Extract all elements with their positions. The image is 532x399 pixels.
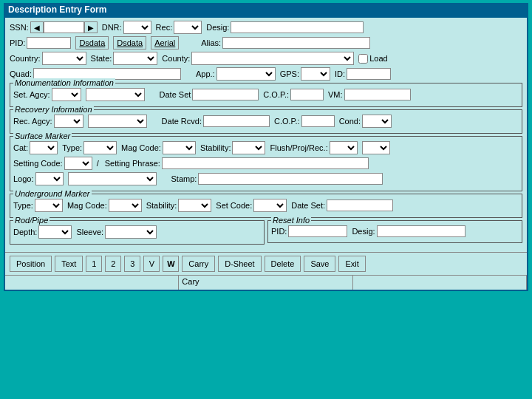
alias-input[interactable] bbox=[222, 37, 370, 49]
set-agcy-select1[interactable] bbox=[52, 88, 81, 101]
gps-select[interactable] bbox=[301, 67, 330, 81]
flush-select2[interactable] bbox=[362, 141, 390, 154]
stamp-input[interactable] bbox=[198, 173, 383, 185]
rec-agcy-select2[interactable] bbox=[88, 115, 147, 128]
save-btn[interactable]: Save bbox=[304, 256, 335, 272]
reset-pid-input[interactable] bbox=[288, 225, 347, 237]
w-btn[interactable]: W bbox=[163, 256, 179, 272]
v-btn[interactable]: V bbox=[143, 256, 160, 272]
ug-date-set-label: Date Set: bbox=[291, 201, 325, 210]
rod-pipe-section: Rod/Pipe Depth: Sleeve: bbox=[10, 220, 265, 245]
bottom-button-bar: Position Text 1 2 3 V W Carry D-Sheet De… bbox=[5, 252, 527, 275]
ug-mag-code-select[interactable] bbox=[109, 199, 142, 212]
aerial-btn[interactable]: Aerial bbox=[151, 36, 179, 50]
carry-btn[interactable]: Carry bbox=[182, 256, 215, 272]
id-input[interactable] bbox=[347, 68, 391, 80]
setting-phrase-input[interactable] bbox=[162, 157, 369, 169]
ssn-prev-btn[interactable]: ◀ bbox=[30, 21, 44, 33]
surface-row2: Setting Code: / Setting Phrase: bbox=[13, 157, 519, 170]
dnr-label: DNR: bbox=[102, 23, 122, 32]
load-label: Load bbox=[369, 54, 387, 63]
rod-pipe-label: Rod/Pipe bbox=[13, 216, 50, 225]
ug-set-code-select[interactable] bbox=[253, 199, 287, 212]
mag-code-select[interactable] bbox=[163, 141, 196, 154]
ssn-input[interactable] bbox=[44, 21, 84, 33]
id-label: ID: bbox=[335, 69, 345, 78]
desig-input[interactable] bbox=[231, 21, 364, 33]
desig-label: Desig: bbox=[206, 23, 229, 32]
rec-select[interactable] bbox=[174, 21, 202, 34]
set-agcy-select2[interactable] bbox=[86, 88, 145, 101]
ug-stability-select[interactable] bbox=[178, 199, 211, 212]
app-label: App.: bbox=[196, 69, 215, 78]
mag-code-label: Mag Code: bbox=[121, 143, 161, 152]
vm-label: VM: bbox=[328, 90, 343, 99]
status-cell-2: Cary bbox=[179, 276, 352, 290]
rec-agcy-select1[interactable] bbox=[54, 115, 83, 128]
ug-mag-code-label: Mag Code: bbox=[67, 201, 107, 210]
monumentation-row: Set. Agcy: Date Set C.O.P.: VM: bbox=[13, 88, 519, 101]
cat-select[interactable] bbox=[30, 141, 58, 154]
position-btn[interactable]: Position bbox=[10, 256, 52, 272]
reset-desig-input[interactable] bbox=[377, 225, 466, 237]
stability-select[interactable] bbox=[232, 141, 265, 154]
monumentation-section: Monumentation Information Set. Agcy: Dat… bbox=[10, 83, 522, 107]
state-select[interactable] bbox=[113, 52, 157, 65]
setting-phrase-label: Setting Phrase: bbox=[105, 159, 160, 168]
cop-input[interactable] bbox=[290, 89, 324, 100]
dnr-select[interactable] bbox=[123, 21, 151, 34]
county-select[interactable] bbox=[191, 52, 354, 65]
dsdata1-btn[interactable]: Dsdata bbox=[75, 36, 109, 50]
ssn-next-btn[interactable]: ▶ bbox=[84, 21, 98, 33]
sleeve-label: Sleeve: bbox=[76, 228, 103, 236]
load-checkbox[interactable] bbox=[358, 54, 368, 64]
set-agcy-label: Set. Agcy: bbox=[13, 90, 50, 99]
surface-row1: Cat: Type: Mag Code: Stability: Flush/Pr… bbox=[13, 141, 519, 154]
date-rcvd-input[interactable] bbox=[203, 115, 270, 127]
num3-btn[interactable]: 3 bbox=[124, 256, 140, 272]
ug-type-select[interactable] bbox=[35, 199, 63, 212]
stability-label: Stability: bbox=[200, 143, 231, 152]
cop-rec-input[interactable] bbox=[301, 115, 335, 127]
ug-type-label: Type: bbox=[13, 201, 33, 210]
type-select[interactable] bbox=[83, 141, 117, 154]
ssn-label: SSN: bbox=[10, 23, 29, 32]
dsheet-btn[interactable]: D-Sheet bbox=[218, 256, 261, 272]
setting-code-select[interactable] bbox=[64, 157, 92, 170]
exit-btn[interactable]: Exit bbox=[338, 256, 365, 272]
underground-marker-label: Underground Marker bbox=[13, 189, 92, 198]
delete-btn[interactable]: Delete bbox=[265, 256, 301, 272]
depth-select[interactable] bbox=[38, 225, 72, 239]
gps-label: GPS: bbox=[280, 69, 299, 78]
date-set-input[interactable] bbox=[192, 89, 259, 100]
rod-row: Depth: Sleeve: bbox=[13, 225, 261, 239]
dsdata2-btn[interactable]: Dsdata bbox=[113, 36, 146, 50]
row-country: Country: State: County: Load bbox=[10, 52, 522, 65]
status-cell-3 bbox=[353, 276, 527, 290]
sleeve-select[interactable] bbox=[105, 225, 157, 239]
app-select[interactable] bbox=[216, 67, 276, 81]
country-label: Country: bbox=[10, 54, 41, 63]
date-rcvd-label: Date Rcvd: bbox=[162, 117, 202, 126]
reset-info-section: Reset Info PID: Desig: bbox=[267, 220, 522, 243]
cond-select[interactable] bbox=[362, 115, 392, 128]
vm-input[interactable] bbox=[344, 89, 411, 100]
quad-label: Quad: bbox=[10, 69, 32, 78]
ug-set-code-label: Set Code: bbox=[216, 201, 252, 210]
num2-btn[interactable]: 2 bbox=[105, 256, 121, 272]
logo-select1[interactable] bbox=[35, 172, 64, 185]
logo-label: Logo: bbox=[13, 174, 34, 183]
country-select[interactable] bbox=[42, 52, 86, 65]
date-set-label: Date Set bbox=[160, 90, 191, 99]
text-btn[interactable]: Text bbox=[55, 256, 83, 272]
surface-row3: Logo: Stamp: bbox=[13, 172, 519, 185]
ug-date-set-input[interactable] bbox=[327, 200, 393, 211]
surface-marker-section: Surface Marker Cat: Type: Mag Code: Stab… bbox=[10, 136, 522, 191]
flush-select1[interactable] bbox=[330, 141, 358, 154]
num1-btn[interactable]: 1 bbox=[86, 256, 102, 272]
cop-rec-label: C.O.P.: bbox=[274, 117, 300, 126]
form-body: SSN: ◀ ▶ DNR: Rec: Desig: PID: Dsdata Ds… bbox=[5, 18, 527, 252]
stamp-label: Stamp: bbox=[171, 174, 197, 183]
logo-select2[interactable] bbox=[68, 172, 157, 185]
pid-input[interactable] bbox=[27, 37, 71, 49]
